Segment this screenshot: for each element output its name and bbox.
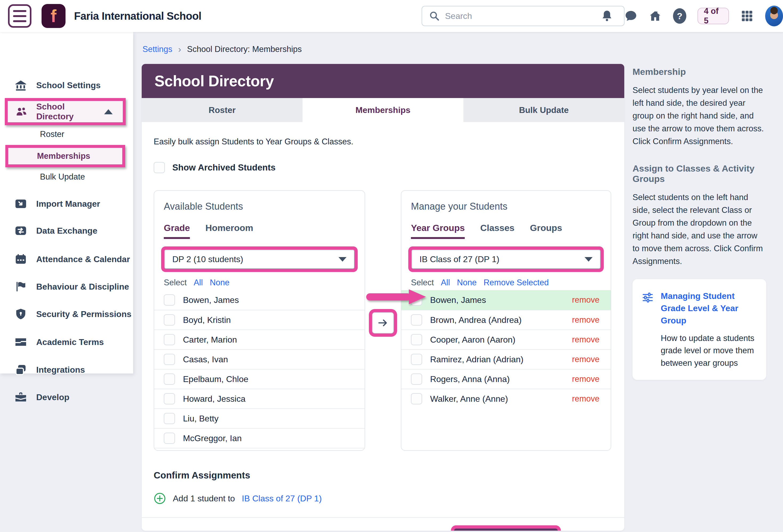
- select-none-link[interactable]: None: [210, 278, 229, 287]
- list-item: Howard, Jessica: [154, 389, 365, 408]
- breadcrumb-settings-link[interactable]: Settings: [143, 44, 172, 54]
- student-checkbox[interactable]: [164, 294, 175, 306]
- search-icon: [429, 11, 440, 21]
- sidebar-item-label: School Directory: [36, 102, 95, 122]
- help-icon[interactable]: ?: [673, 8, 686, 24]
- tab-classes[interactable]: Classes: [480, 223, 514, 239]
- remove-selected-link[interactable]: Remove Selected: [484, 278, 549, 287]
- breadcrumb-current: School Directory: Memberships: [187, 44, 302, 54]
- list-item: Bowen, James: [154, 290, 365, 310]
- sidebar-item-school-directory[interactable]: School Directory: [8, 102, 123, 122]
- page-description: Easily bulk assign Students to Year Grou…: [154, 137, 611, 147]
- managed-students-list: Bowen, Jamesremove Brown, Andrea (Andrea…: [401, 290, 611, 408]
- chevron-up-icon: [104, 109, 113, 114]
- student-checkbox[interactable]: [164, 374, 175, 385]
- attendance-calendar-icon: [14, 253, 27, 265]
- student-checkbox[interactable]: [411, 393, 422, 404]
- tab-year-groups[interactable]: Year Groups: [411, 223, 465, 239]
- select-all-link[interactable]: All: [194, 278, 203, 287]
- student-checkbox[interactable]: [164, 433, 175, 444]
- show-archived-label: Show Archived Students: [172, 162, 276, 173]
- sidebar-item-attendance-calendar[interactable]: Attendance & Calendar: [0, 249, 133, 270]
- tab-grade[interactable]: Grade: [164, 223, 190, 239]
- footer-actions: Confirm Assignments Cancel: [154, 518, 611, 531]
- student-checkbox[interactable]: [164, 393, 175, 404]
- arrow-right-icon: [377, 317, 389, 329]
- sidebar-item-memberships[interactable]: Memberships: [8, 151, 90, 161]
- dropdown-caret-icon: [585, 257, 593, 261]
- sidebar-item-develop[interactable]: Develop: [0, 386, 133, 408]
- student-checkbox[interactable]: [164, 413, 175, 424]
- tab-bulk-update[interactable]: Bulk Update: [463, 98, 624, 122]
- school-directory-card: School Directory Roster Memberships Bulk…: [142, 64, 624, 531]
- confirm-assignments-button[interactable]: Confirm Assignments: [454, 529, 558, 531]
- search-input[interactable]: Search: [421, 6, 625, 26]
- list-item: Cooper, Aaron (Aaron)remove: [401, 330, 611, 349]
- student-checkbox[interactable]: [411, 374, 422, 385]
- student-checkbox[interactable]: [411, 354, 422, 365]
- sidebar-item-integrations[interactable]: Integrations: [0, 359, 133, 380]
- remove-link[interactable]: remove: [572, 335, 601, 344]
- list-item-highlighted: Bowen, Jamesremove: [401, 290, 611, 310]
- sidebar-item-school-settings[interactable]: School Settings: [0, 74, 133, 96]
- tab-homeroom[interactable]: Homeroom: [205, 223, 253, 239]
- tab-roster[interactable]: Roster: [142, 98, 303, 122]
- membership-text: Select students by year level on the lef…: [632, 84, 766, 148]
- sidebar-item-label: Attendance & Calendar: [36, 254, 130, 264]
- sidebar-item-import-manager[interactable]: Import Manager: [0, 193, 133, 215]
- student-name: Cooper, Aaron (Aaron): [430, 335, 515, 345]
- student-checkbox[interactable]: [411, 314, 422, 325]
- breadcrumb: Settings › School Directory: Memberships: [143, 44, 302, 54]
- student-checkbox[interactable]: [411, 294, 422, 306]
- select-all-link[interactable]: All: [441, 278, 450, 287]
- show-archived-checkbox[interactable]: [154, 162, 165, 173]
- sidebar-item-label: Academic Terms: [36, 337, 104, 347]
- avatar[interactable]: [765, 6, 783, 26]
- tab-groups[interactable]: Groups: [530, 223, 562, 239]
- remove-link[interactable]: remove: [572, 315, 601, 325]
- student-checkbox[interactable]: [164, 334, 175, 345]
- remove-link[interactable]: remove: [572, 374, 601, 384]
- assignment-panels: Available Students Grade Homeroom DP 2 (…: [154, 190, 611, 451]
- sidebar-item-roster[interactable]: Roster: [0, 124, 133, 145]
- sidebar-item-label: Data Exchange: [36, 226, 97, 236]
- select-none-link[interactable]: None: [457, 278, 477, 287]
- assignment-summary-text: Add 1 student to: [173, 494, 235, 503]
- student-checkbox[interactable]: [164, 354, 175, 365]
- assignment-target-link[interactable]: IB Class of 27 (DP 1): [242, 494, 322, 503]
- student-name: Carter, Marion: [183, 335, 237, 345]
- grade-dropdown[interactable]: DP 2 (10 students): [164, 250, 354, 269]
- school-directory-icon: [16, 105, 27, 118]
- plus-icon: [154, 492, 166, 505]
- year-group-dropdown[interactable]: IB Class of 27 (DP 1): [411, 250, 601, 269]
- student-checkbox[interactable]: [164, 314, 175, 325]
- assign-text: Select students on the left hand side, s…: [632, 191, 766, 268]
- sidebar-item-data-exchange[interactable]: Data Exchange: [0, 220, 133, 241]
- school-settings-icon: [14, 79, 27, 92]
- student-checkbox[interactable]: [411, 334, 422, 345]
- student-name: Bowen, James: [183, 295, 239, 305]
- student-name: Howard, Jessica: [183, 394, 246, 404]
- sidebar-item-security-permissions[interactable]: Security & Permissions: [0, 304, 133, 325]
- list-item: Epelbaum, Chloe: [154, 369, 365, 389]
- menu-icon[interactable]: [8, 4, 31, 28]
- faria-logo[interactable]: f: [41, 4, 65, 28]
- remove-link[interactable]: remove: [572, 295, 601, 305]
- bell-icon[interactable]: [601, 9, 613, 23]
- apps-grid-icon[interactable]: [740, 9, 754, 23]
- home-icon[interactable]: [649, 9, 662, 23]
- select-label: Select: [164, 278, 187, 287]
- chat-icon[interactable]: [625, 9, 637, 23]
- tab-memberships[interactable]: Memberships: [303, 98, 463, 122]
- confirm-assignments-heading: Confirm Assignments: [154, 470, 611, 480]
- move-right-button[interactable]: [372, 312, 394, 334]
- help-article-link[interactable]: Managing Student Grade Level & Year Grou…: [661, 290, 757, 327]
- list-item: Walker, Anne (Anne)remove: [401, 389, 611, 408]
- remove-link[interactable]: remove: [572, 394, 601, 404]
- remove-link[interactable]: remove: [572, 354, 601, 364]
- sidebar-item-academic-terms[interactable]: Academic Terms: [0, 332, 133, 353]
- sidebar-item-label: Integrations: [36, 365, 85, 375]
- sidebar-item-behaviour-discipline[interactable]: Behaviour & Discipline: [0, 276, 133, 297]
- sidebar-item-bulk-update[interactable]: Bulk Update: [0, 166, 133, 188]
- progress-badge[interactable]: 4 of 5: [697, 8, 729, 24]
